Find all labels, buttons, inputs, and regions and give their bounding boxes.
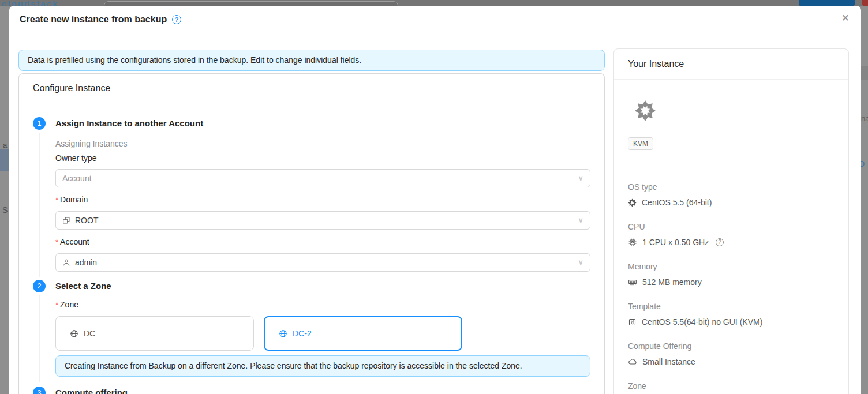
required-mark: * xyxy=(55,301,58,309)
chevron-down-icon: ∨ xyxy=(578,258,583,267)
step-title: Compute offering xyxy=(55,387,590,394)
zone-name: DC-2 xyxy=(293,329,312,338)
detail-template: Template CentOS 5.5(64-bit) no GUI (KVM) xyxy=(628,300,835,328)
step-number-badge: 1 xyxy=(33,117,46,130)
required-mark: * xyxy=(55,196,58,204)
detail-memory: Memory 512 MB memory xyxy=(628,260,835,288)
backdrop-notification-badge-fragment xyxy=(862,0,868,6)
label-text: Account xyxy=(60,237,89,246)
domain-select[interactable]: ROOT ∨ xyxy=(55,211,590,230)
memory-icon xyxy=(628,277,637,287)
backdrop-search-box-fragment xyxy=(104,1,398,6)
step-title: Select a Zone xyxy=(55,280,590,292)
step-number-badge: 2 xyxy=(33,280,46,292)
detail-value-text: 512 MB memory xyxy=(642,276,702,288)
create-instance-from-backup-modal: Create new instance from backup ? ✕ Data… xyxy=(9,6,861,394)
hypervisor-badge: KVM xyxy=(628,137,653,150)
form-column: Data is prefilled using the configuratio… xyxy=(18,50,605,394)
domain-value: ROOT xyxy=(75,216,98,225)
label-text: Owner type xyxy=(55,153,97,163)
your-instance-panel: Your Instance KVM xyxy=(613,48,849,394)
globe-icon xyxy=(279,329,287,338)
detail-cpu: CPU 1 CPU x 0.50 GHz ? xyxy=(628,220,835,249)
detail-label: CPU xyxy=(628,220,835,233)
close-icon[interactable]: ✕ xyxy=(841,13,850,23)
assigning-instances-note: Assigning Instances xyxy=(55,138,590,149)
backdrop-left-edge: a S xyxy=(0,6,9,394)
owner-type-label: Owner type xyxy=(55,152,590,164)
step-compute-offering: 3 Compute offering xyxy=(33,387,590,394)
centos-icon xyxy=(628,198,637,207)
zone-name: DC xyxy=(84,329,95,338)
detail-label: Memory xyxy=(628,260,835,273)
detail-value-text: Small Instance xyxy=(642,355,695,368)
detail-value-text: CentOS 5.5(64-bit) no GUI (KVM) xyxy=(642,316,762,328)
cloud-icon xyxy=(628,357,637,366)
step-number-badge: 3 xyxy=(33,387,46,394)
zone-label: *Zone xyxy=(55,298,590,312)
label-text: Domain xyxy=(60,195,88,204)
domain-label: *Domain xyxy=(55,193,590,207)
detail-label: Zone xyxy=(628,380,835,392)
help-icon[interactable]: ? xyxy=(172,15,181,24)
question-circle-icon[interactable]: ? xyxy=(716,238,724,246)
your-instance-body: KVM OS type xyxy=(614,80,848,394)
detail-label: OS type xyxy=(628,181,835,193)
globe-icon xyxy=(70,329,78,338)
step-assign-account: 1 Assign Instance to another Account Ass… xyxy=(33,117,590,280)
backdrop-text-fragment: a xyxy=(3,141,7,149)
step-body: *Zone DC xyxy=(55,298,590,385)
card-body: 1 Assign Instance to another Account Ass… xyxy=(19,103,604,394)
backdrop-primary-button-fragment xyxy=(799,0,855,6)
zone-warning-alert: Creating Instance from Backup on a diffe… xyxy=(55,355,590,377)
modal-header: Create new instance from backup ? ✕ xyxy=(9,6,861,33)
cpu-icon xyxy=(628,238,637,247)
backdrop-top-bar: cloudstack xyxy=(0,0,868,6)
step-title: Assign Instance to another Account xyxy=(55,117,590,130)
backdrop-text-fragment: na xyxy=(861,114,868,123)
detail-value-text: CentOS 5.5 (64-bit) xyxy=(642,196,712,209)
zone-options: DC DC-2 xyxy=(55,316,590,351)
detail-label: Template xyxy=(628,300,835,313)
detail-value-text: 1 CPU x 0.50 GHz xyxy=(642,236,709,249)
detail-os-type: OS type xyxy=(628,181,835,209)
zone-card-dc-2[interactable]: DC-2 xyxy=(264,316,462,351)
backdrop-right-edge: na D xyxy=(861,6,868,394)
divider xyxy=(628,164,835,164)
centos-logo-icon xyxy=(634,100,835,123)
blocks-icon xyxy=(62,216,70,224)
account-select[interactable]: admin ∨ xyxy=(55,253,590,272)
account-value: admin xyxy=(75,258,97,267)
modal-title: Create new instance from backup xyxy=(20,14,167,25)
account-label: *Account xyxy=(55,235,590,249)
backdrop-selected-menu-fragment xyxy=(0,149,9,171)
zone-card-dc[interactable]: DC xyxy=(55,316,254,351)
card-heading: Configure Instance xyxy=(19,74,604,103)
required-mark: * xyxy=(55,238,58,246)
owner-type-select[interactable]: Account ∨ xyxy=(55,169,590,187)
your-instance-title: Your Instance xyxy=(614,49,848,80)
label-text: Zone xyxy=(60,300,78,309)
chevron-down-icon: ∨ xyxy=(578,216,583,224)
backdrop-row-fragment xyxy=(861,66,868,80)
chevron-down-icon: ∨ xyxy=(578,174,583,182)
save-icon xyxy=(628,318,637,327)
detail-zone: Zone xyxy=(628,380,835,392)
step-select-zone: 2 Select a Zone *Zone DC xyxy=(33,280,590,385)
backdrop-logo-fragment: cloudstack xyxy=(2,0,58,6)
detail-label: Compute Offering xyxy=(628,340,835,352)
owner-type-value: Account xyxy=(62,174,92,183)
user-icon xyxy=(62,258,70,267)
configure-instance-card: Configure Instance 1 Assign Instance to … xyxy=(18,73,605,394)
backdrop-link-fragment: D xyxy=(861,159,865,168)
backdrop-text-fragment: S xyxy=(2,205,8,215)
prefill-info-alert: Data is prefilled using the configuratio… xyxy=(18,50,605,71)
step-body: Assigning Instances Owner type Account ∨… xyxy=(55,138,590,280)
detail-compute-offering: Compute Offering Small Instance xyxy=(628,340,835,368)
